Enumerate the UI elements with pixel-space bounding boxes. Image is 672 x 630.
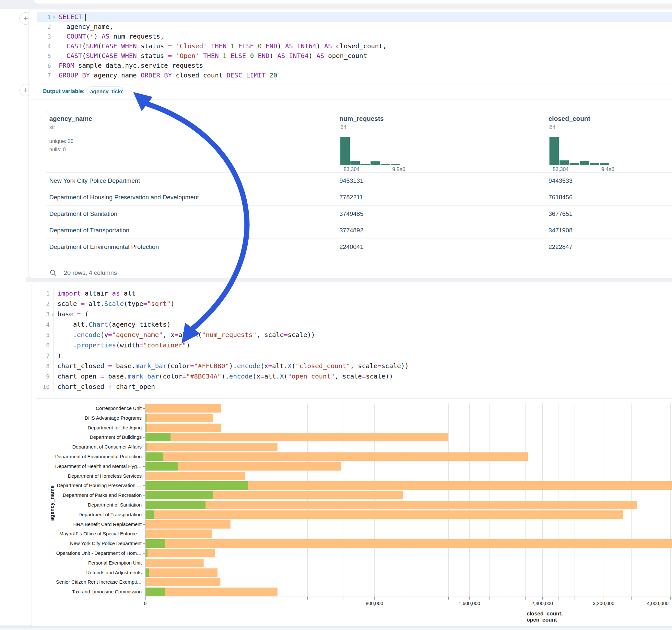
- output-variable-chip[interactable]: agency_tickets: [87, 87, 123, 96]
- y-axis-tick: [143, 457, 145, 457]
- x-axis-tick-label: 4,000,000: [647, 601, 669, 606]
- histogram-bar: [391, 164, 400, 165]
- histogram-bar: [360, 164, 370, 165]
- bar-closed-count: [146, 568, 217, 577]
- y-axis-tick: [143, 495, 145, 495]
- histogram-range-labels: 53,3049.4e6: [553, 167, 630, 172]
- bar-closed-count: [146, 530, 212, 538]
- y-axis-tick: [143, 437, 145, 437]
- code-text: GROUP BY agency_name ORDER BY closed_cou…: [55, 71, 277, 79]
- table-row: Department of Transportation377489234719…: [46, 222, 672, 239]
- search-icon[interactable]: [50, 269, 57, 276]
- column-histogram: [340, 137, 400, 165]
- line-number: 3∨: [36, 311, 53, 318]
- gridline: [426, 404, 426, 597]
- gridline: [508, 404, 508, 597]
- bar-open-count: [146, 462, 178, 470]
- sql-code-editor[interactable]: 1∨SELECT2 agency_name,3 COUNT(*) AS num_…: [37, 12, 672, 85]
- code-text: import altair as alt: [53, 289, 136, 297]
- bar-open-count: [146, 587, 165, 596]
- gridline: [307, 404, 308, 597]
- histogram-bar: [370, 162, 380, 165]
- gridline: [658, 404, 658, 597]
- y-axis-tick-label: Department of Environmental Protection: [4, 454, 142, 459]
- histogram-bar: [340, 137, 350, 165]
- python-code-editor[interactable]: 1import altair as alt2scale = alt.Scale(…: [36, 288, 672, 392]
- line-number: 8: [36, 363, 53, 369]
- bar-closed-count: [146, 578, 220, 586]
- y-axis-tick-label: Senior Citizen Rent Increase Exempti…: [4, 579, 142, 585]
- bar-open-count: [146, 453, 163, 461]
- code-text: .properties(width="container"): [53, 341, 190, 349]
- gridline: [631, 404, 632, 597]
- y-axis-tick: [143, 418, 145, 418]
- x-axis-tick: [375, 597, 375, 600]
- gridline: [670, 404, 671, 597]
- line-number: 7: [37, 72, 55, 79]
- table-row: New York City Police Department945313194…: [46, 172, 672, 189]
- code-text: .encode(y="agency_name", x=alt.X("num_re…: [53, 331, 315, 339]
- histogram-bar: [600, 163, 609, 165]
- column-header-agency_name[interactable]: agency_namestr: [49, 111, 92, 130]
- y-axis-tick-label: HRA Benefit Card Replacement: [4, 522, 142, 527]
- cell-value: 3749485: [339, 210, 363, 217]
- collapse-chevron-icon[interactable]: ∨: [51, 312, 54, 317]
- histogram-bar: [351, 161, 360, 165]
- bar-closed-count: [146, 453, 528, 461]
- y-axis-tick: [143, 485, 145, 486]
- x-axis-tick: [426, 597, 426, 600]
- code-line: 5 CAST(SUM(CASE WHEN status = 'Open' THE…: [37, 51, 672, 60]
- bar-closed-count: [146, 404, 221, 413]
- bar-closed-count: [146, 423, 221, 432]
- bar-open-count: [146, 423, 146, 432]
- code-line: 4 alt.Chart(agency_tickets): [36, 319, 672, 330]
- gridline: [542, 404, 543, 597]
- bar-open-count: [146, 510, 154, 519]
- y-axis-tick: [143, 515, 145, 515]
- y-axis-tick: [143, 408, 145, 409]
- y-axis-tick: [143, 573, 145, 573]
- collapse-chevron-icon[interactable]: ∨: [53, 15, 55, 20]
- cell-value: 3677651: [549, 210, 573, 217]
- cell-value: 7782211: [339, 194, 363, 201]
- y-axis-tick-label: Mayorâ€ s Office of Special Enforce…: [4, 531, 142, 536]
- y-axis-tick-label: Department of Consumer Affairs: [4, 444, 142, 450]
- line-number: 3: [37, 33, 55, 40]
- code-line: 2 agency_name,: [37, 22, 672, 31]
- gutter-separator: [55, 12, 55, 84]
- bar-open-count: [146, 568, 149, 577]
- y-axis-title: agency_name: [49, 471, 55, 536]
- histogram-bar: [549, 137, 559, 165]
- code-text: COUNT(*) AS num_requests,: [55, 32, 164, 40]
- gridline: [402, 404, 402, 597]
- cell-agency-name: New York City Police Department: [49, 177, 140, 185]
- y-axis-tick-label: Department for the Aging: [4, 425, 142, 430]
- bar-open-count: [146, 549, 147, 557]
- cell-agency-name: Department of Sanitation: [49, 210, 117, 217]
- bar-open-count: [146, 443, 146, 451]
- code-line: 3 COUNT(*) AS num_requests,: [37, 31, 672, 41]
- x-axis-tick: [542, 597, 543, 600]
- x-axis-tick: [670, 597, 671, 600]
- x-axis-tick-label: 0: [144, 601, 146, 606]
- y-axis-tick: [143, 534, 145, 534]
- code-line: 2scale = alt.Scale(type="sqrt"): [36, 298, 672, 309]
- table-row-count: 20 rows, 4 columns: [64, 269, 117, 276]
- column-header-num_requests[interactable]: num_requestsi64: [339, 111, 384, 130]
- code-line: 10chart_closed + chart_open: [36, 382, 672, 392]
- histogram-bar: [559, 161, 569, 165]
- column-type: str: [49, 122, 92, 130]
- bar-closed-count: [146, 472, 245, 480]
- bar-open-count: [146, 501, 206, 509]
- gridline: [558, 404, 559, 597]
- y-axis-tick-label: Refunds and Adjustments: [4, 570, 142, 575]
- chart-plot-area: [145, 404, 672, 597]
- cell-agency-name: Department of Housing Preservation and D…: [49, 194, 199, 201]
- y-axis-tick: [143, 466, 145, 467]
- x-axis-tick: [558, 597, 559, 600]
- column-header-closed_count[interactable]: closed_counti64: [549, 111, 590, 130]
- x-axis-tick: [145, 597, 146, 600]
- y-axis-tick-label: Department of Sanitation: [4, 502, 142, 508]
- code-line: 9chart_open = base.mark_bar(color="#8BC3…: [36, 371, 672, 382]
- cell-value: 7618456: [549, 194, 573, 201]
